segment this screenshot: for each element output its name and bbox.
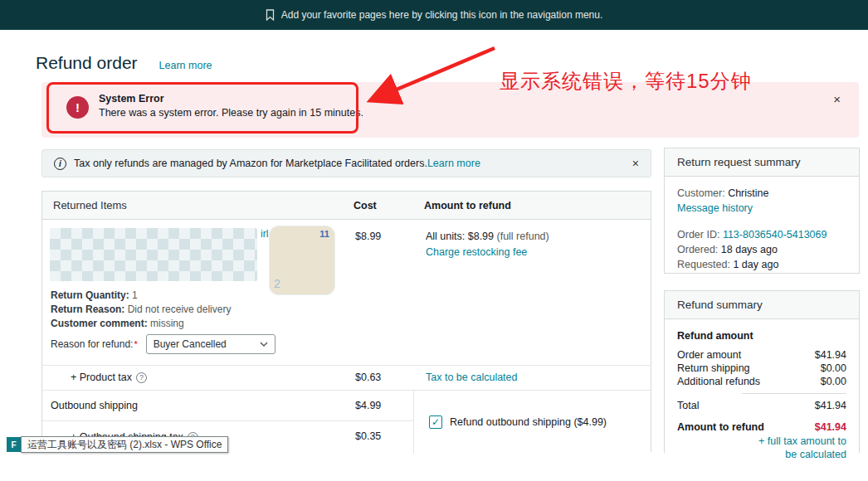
- return-quantity-line: Return Quantity: 1: [51, 289, 138, 301]
- all-units-line: All units: $8.99 (full refund): [426, 231, 549, 242]
- outbound-shipping-label: Outbound shipping: [51, 400, 138, 411]
- row-value: $0.00: [821, 376, 846, 387]
- return-quantity-value: 1: [132, 289, 138, 301]
- panel-title: Returned Items: [42, 199, 354, 211]
- reason-for-refund-value: Buyer Cancelled: [154, 338, 227, 350]
- annotation-text: 显示系统错误，等待15分钟: [500, 68, 752, 95]
- charge-restocking-fee-link[interactable]: Charge restocking fee: [426, 246, 527, 258]
- total-value: $41.94: [815, 400, 846, 411]
- page-header: Refund order Learn more: [36, 53, 212, 73]
- column-amount-to-refund: Amount to refund: [424, 200, 651, 211]
- customer-comment-label: Customer comment:: [51, 318, 148, 329]
- divider: [742, 393, 846, 394]
- product-image: 11 2: [269, 226, 335, 295]
- return-reason-line: Return Reason: Did not receive delivery: [51, 304, 231, 315]
- all-units-value: $8.99: [468, 231, 494, 242]
- error-message: There was a system error. Please try aga…: [99, 107, 363, 119]
- row-value: $41.94: [815, 349, 846, 361]
- info-text: Tax only refunds are managed by Amazon f…: [74, 158, 480, 169]
- product-tax-row: + Product tax ? $0.63 Tax to be calculat…: [42, 365, 651, 390]
- all-units-note: (full refund): [497, 231, 549, 242]
- page-title: Refund order: [36, 53, 138, 73]
- summary-row: Order amount $41.94: [677, 349, 846, 361]
- product-image-text-top: 11: [319, 229, 329, 239]
- reason-for-refund-row: Reason for refund: * Buyer Cancelled: [51, 334, 276, 354]
- refund-outbound-shipping-label: Refund outbound shipping ($4.99): [450, 416, 607, 428]
- customer-comment-line: Customer comment: missing: [51, 318, 184, 329]
- tax-to-be-calculated-link[interactable]: Tax to be calculated: [426, 372, 518, 383]
- item-cost: $8.99: [355, 231, 381, 242]
- learn-more-link[interactable]: Learn more: [159, 60, 212, 71]
- ordered-line: Ordered: 18 days ago: [677, 244, 846, 255]
- tax-note: + full tax amount to be calculated: [677, 435, 846, 462]
- chevron-down-icon: [260, 342, 268, 347]
- row-label: Return shipping: [677, 362, 750, 374]
- customer-label: Customer:: [677, 187, 725, 199]
- returned-item-row: irl 11 2 $8.99 All units: $8.99 (full re…: [42, 220, 651, 365]
- taskbar-wps-icon[interactable]: F: [7, 437, 21, 452]
- product-image-text-bottom: 2: [274, 277, 280, 290]
- error-title: System Error: [99, 93, 164, 104]
- message-history-line: Message history: [677, 202, 846, 214]
- return-quantity-label: Return Quantity:: [51, 289, 129, 301]
- customer-comment-value: missing: [150, 318, 184, 329]
- amount-to-refund-row: Amount to refund $41.94: [677, 421, 846, 433]
- row-value: $0.00: [821, 362, 846, 374]
- refund-summary-title: Refund summary: [665, 291, 859, 319]
- summary-row: Additional refunds $0.00: [677, 376, 846, 387]
- close-icon[interactable]: ×: [833, 92, 841, 106]
- top-banner-text: Add your favorite pages here by clicking…: [281, 9, 603, 21]
- ordered-label: Ordered:: [677, 244, 718, 255]
- refund-outbound-shipping-checkbox[interactable]: ✓: [429, 415, 442, 429]
- requested-label: Requested:: [677, 259, 730, 270]
- tax-note-line2: be calculated: [677, 448, 846, 461]
- order-id-line: Order ID: 113-8036540-5413069: [677, 229, 846, 240]
- outbound-shipping-cost: $4.99: [355, 400, 381, 411]
- outbound-shipping-tax-cost: $0.35: [355, 430, 381, 442]
- summary-row: Return shipping $0.00: [677, 362, 846, 374]
- product-tax-cost: $0.63: [355, 372, 381, 383]
- customer-line: Customer: Christine: [677, 187, 846, 199]
- reason-for-refund-label: Reason for refund:: [51, 338, 133, 350]
- return-request-summary-title: Return request summary: [665, 148, 859, 177]
- refund-amount-section-label: Refund amount: [677, 330, 846, 342]
- order-id-link[interactable]: 113-8036540-5413069: [723, 229, 827, 240]
- info-icon: i: [54, 158, 66, 170]
- refund-summary-panel: Refund summary Refund amount Order amoun…: [664, 290, 860, 453]
- required-asterisk: *: [134, 339, 137, 349]
- info-learn-more-link[interactable]: Learn more: [427, 158, 480, 169]
- amount-to-refund-value: $41.94: [815, 421, 846, 433]
- bookmark-icon: [266, 9, 275, 21]
- tax-note-line1: + full tax amount to: [677, 435, 846, 448]
- product-tax-label: + Product tax: [71, 372, 132, 383]
- requested-value: 1 day ago: [733, 259, 778, 270]
- taskbar-tooltip: 运营工具账号以及密码 (2).xlsx - WPS Office: [21, 436, 228, 453]
- returned-items-header: Returned Items Cost Amount to refund: [42, 192, 651, 220]
- requested-line: Requested: 1 day ago: [677, 259, 846, 270]
- message-history-link[interactable]: Message history: [677, 202, 753, 214]
- all-units-label: All units:: [426, 231, 465, 242]
- row-label: Order amount: [677, 349, 741, 361]
- product-title-redacted: [50, 228, 257, 281]
- return-reason-value: Did not receive delivery: [128, 304, 232, 315]
- top-banner: Add your favorite pages here by clicking…: [0, 0, 868, 30]
- order-id-label: Order ID:: [677, 229, 719, 240]
- refund-outbound-shipping-cell: ✓ Refund outbound shipping ($4.99): [413, 391, 651, 454]
- info-text-body: Tax only refunds are managed by Amazon f…: [74, 158, 427, 169]
- help-icon[interactable]: ?: [136, 372, 147, 383]
- close-icon[interactable]: ×: [632, 157, 639, 170]
- tax-info-alert: i Tax only refunds are managed by Amazon…: [41, 149, 651, 177]
- return-request-summary-panel: Return request summary Customer: Christi…: [664, 148, 860, 274]
- customer-value: Christine: [728, 187, 768, 199]
- return-reason-label: Return Reason:: [51, 304, 124, 315]
- ordered-value: 18 days ago: [721, 244, 778, 255]
- total-label: Total: [677, 400, 699, 411]
- outbound-shipping-row: Outbound shipping $4.99: [42, 391, 413, 421]
- row-label: Additional refunds: [677, 376, 760, 387]
- product-title-suffix[interactable]: irl: [261, 228, 268, 240]
- column-cost: Cost: [354, 200, 424, 211]
- amount-to-refund-label: Amount to refund: [677, 421, 764, 433]
- total-row: Total $41.94: [677, 400, 846, 411]
- reason-for-refund-select[interactable]: Buyer Cancelled: [146, 334, 276, 354]
- returned-items-panel: Returned Items Cost Amount to refund irl…: [41, 191, 651, 452]
